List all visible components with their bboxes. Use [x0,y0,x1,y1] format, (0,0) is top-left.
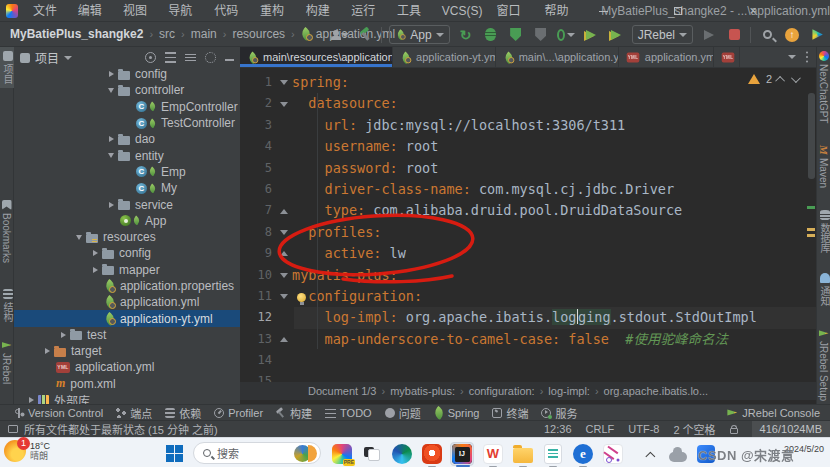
code-line[interactable]: 13 map-underscore-to-camel-case: false #… [240,329,816,350]
edge-browser-icon[interactable] [390,442,414,466]
code-line[interactable]: 14 [240,350,816,371]
tab-list-chevron-icon[interactable] [788,55,796,59]
menu-item[interactable]: VCS(S) [435,0,490,22]
code-line[interactable]: 5 password: root [240,158,816,179]
onedrive-tray-icon[interactable] [666,442,690,466]
taskbar-search-input[interactable]: 搜索 [193,442,321,464]
minimize-button[interactable] [580,0,626,22]
fold-marker-icon[interactable] [276,251,292,256]
tree-item[interactable]: service [14,196,240,212]
code-line[interactable]: 2 datasource: [240,93,816,114]
tree-expander-icon[interactable] [24,397,38,403]
orange-app-icon[interactable] [420,442,444,466]
fold-marker-icon[interactable] [276,230,292,235]
breadcrumb-item[interactable]: resources [232,27,285,41]
debug-button[interactable] [482,26,500,44]
panel-settings-gear-icon[interactable] [205,52,216,63]
tree-expander-icon[interactable] [104,88,118,93]
breadcrumb-item[interactable]: src [159,27,175,41]
tree-item[interactable]: YMLapplication.yml [14,359,240,375]
tree-item[interactable]: dao [14,131,240,147]
search-everywhere-icon[interactable] [758,26,776,44]
tree-item[interactable]: CTestController [14,115,240,131]
jrebel-debug-button[interactable] [607,26,625,44]
tree-item[interactable]: CEmpController [14,99,240,115]
memory-indicator[interactable]: 416/1024MB [752,421,830,437]
profiler-button[interactable] [532,26,550,44]
menu-item[interactable]: 代码(C) [207,0,253,22]
tree-expander-icon[interactable] [104,202,118,208]
editor-tab[interactable]: YMLapplication.yml× [619,47,715,67]
file-encoding[interactable]: UTF-8 [628,423,659,435]
caret-position[interactable]: 12:36 [544,423,572,435]
tool-window-button[interactable]: TODO [325,407,372,419]
tree-item[interactable]: controller [14,82,240,98]
inspections-widget[interactable]: 2 [748,73,798,85]
menu-item[interactable]: 构建(B) [299,0,344,22]
fold-marker-icon[interactable] [276,273,292,278]
jrebel-run-button[interactable] [582,26,600,44]
intellij-idea-taskbar-icon[interactable] [450,442,474,466]
tray-expand-chevron-icon[interactable] [640,442,664,466]
editor-tab[interactable]: application-yt.yml× [393,47,496,67]
tree-item[interactable]: mapper [14,262,240,278]
tool-window-button[interactable]: 端点 [116,405,152,421]
code-line[interactable]: 9 active: lw [240,243,816,264]
tool-strip-item[interactable]: 结构 [0,285,15,326]
tree-expander-icon[interactable] [40,348,54,354]
intention-bulb-icon[interactable] [297,293,306,302]
tree-item[interactable]: application.properties [14,278,240,294]
tree-expander-icon[interactable] [104,136,118,142]
tool-strip-item[interactable]: NexChatGPT [818,47,829,127]
fold-marker-icon[interactable] [276,209,292,214]
menu-item[interactable]: 视图(V) [116,0,161,22]
toolbox-icon[interactable] [808,26,826,44]
editor-breadcrumb-item[interactable]: configuration: [469,385,535,397]
start-button[interactable] [166,445,183,462]
jrebel-console-button[interactable]: JRebel Console [727,407,820,419]
fold-marker-icon[interactable] [276,337,292,342]
editor-tab[interactable]: main\resources\application.yml× [240,47,393,67]
maximize-button[interactable] [655,0,701,22]
user-dropdown-icon[interactable] [331,26,349,44]
code-line[interactable]: 1spring: [240,72,816,93]
code-line[interactable]: 11 configuration: [240,286,816,307]
task-view-button[interactable] [360,442,384,466]
readonly-lock-icon[interactable] [730,428,738,434]
tree-item[interactable]: config [14,245,240,261]
tree-item[interactable]: target [14,343,240,359]
tree-item[interactable]: test [14,327,240,343]
tree-expander-icon[interactable] [104,153,118,158]
editor-breadcrumb-item[interactable]: Document 1/3 [308,385,376,397]
run-configuration-select[interactable]: App [389,25,449,44]
tool-strip-item[interactable]: JRebel [1,336,12,388]
update-available-icon[interactable]: ↑ [783,26,801,44]
tab-options-kebab-icon[interactable] [806,56,809,59]
code-line[interactable]: 6 driver-class-name: com.mysql.cj.jdbc.D… [240,179,816,200]
indent-setting[interactable]: 2 个空格 [673,421,715,437]
breadcrumb-item[interactable]: MyBatiePlus_shangke2 [10,27,143,41]
tree-expander-icon[interactable] [88,267,102,273]
expand-all-icon[interactable] [165,52,176,63]
tool-strip-item[interactable]: MMaven [818,141,830,192]
tree-expander-icon[interactable] [104,71,118,77]
notepad-app-icon[interactable] [541,442,565,466]
line-separator[interactable]: CRLF [586,423,615,435]
code-line[interactable]: 4 username: root [240,136,816,157]
tree-item[interactable]: resources [14,229,240,245]
build-hammer-icon[interactable] [356,26,374,44]
tree-expander-icon[interactable] [72,235,86,240]
tree-item[interactable]: config [14,66,240,82]
code-line[interactable]: 3 url: jdbc:mysql://localhost:3306/t311 [240,115,816,136]
tool-window-button[interactable]: 问题 [385,405,421,421]
collapse-all-icon[interactable] [185,54,196,62]
tree-item[interactable]: 外部库 [14,392,240,404]
snipping-tool-icon[interactable] [601,442,625,466]
tool-window-button[interactable]: 服务 [541,405,577,421]
project-view-dropdown-icon[interactable] [64,56,72,60]
tool-window-button[interactable]: Spring [434,407,480,419]
ie-app-icon[interactable]: e [571,442,595,466]
tool-window-button[interactable]: 依赖 [165,405,201,421]
stop-button[interactable] [725,26,743,44]
tool-strip-item[interactable]: 通知 [817,269,830,310]
